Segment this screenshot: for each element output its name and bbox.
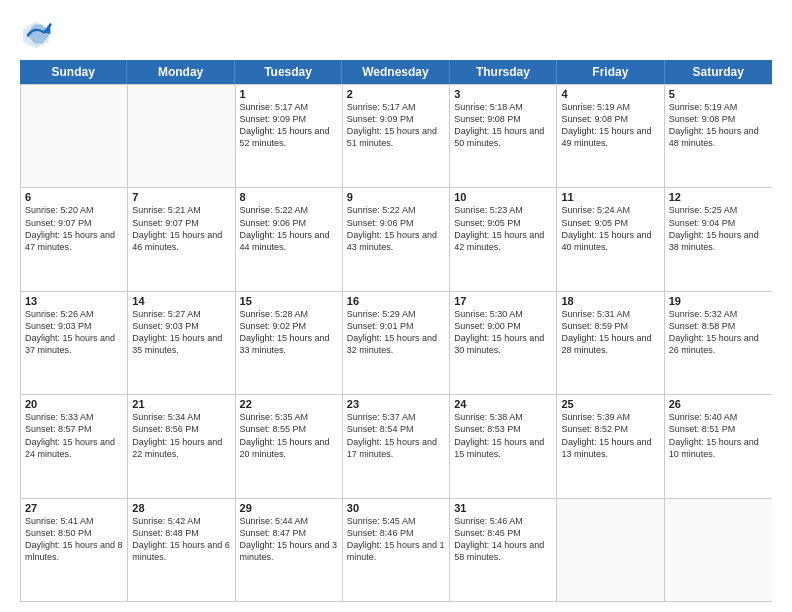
day-number: 20: [25, 398, 123, 410]
calendar-cell: 25Sunrise: 5:39 AMSunset: 8:52 PMDayligh…: [557, 395, 664, 497]
calendar-cell: 31Sunrise: 5:46 AMSunset: 8:45 PMDayligh…: [450, 499, 557, 601]
calendar-cell: 29Sunrise: 5:44 AMSunset: 8:47 PMDayligh…: [236, 499, 343, 601]
calendar-row-5: 27Sunrise: 5:41 AMSunset: 8:50 PMDayligh…: [21, 498, 772, 601]
calendar-cell: 3Sunrise: 5:18 AMSunset: 9:08 PMDaylight…: [450, 85, 557, 187]
day-number: 14: [132, 295, 230, 307]
header-day-sunday: Sunday: [20, 60, 127, 84]
day-number: 31: [454, 502, 552, 514]
calendar-cell: 22Sunrise: 5:35 AMSunset: 8:55 PMDayligh…: [236, 395, 343, 497]
header-day-tuesday: Tuesday: [235, 60, 342, 84]
calendar-cell: 4Sunrise: 5:19 AMSunset: 9:08 PMDaylight…: [557, 85, 664, 187]
calendar-cell: 16Sunrise: 5:29 AMSunset: 9:01 PMDayligh…: [343, 292, 450, 394]
day-number: 29: [240, 502, 338, 514]
calendar-cell: 24Sunrise: 5:38 AMSunset: 8:53 PMDayligh…: [450, 395, 557, 497]
calendar-row-3: 13Sunrise: 5:26 AMSunset: 9:03 PMDayligh…: [21, 291, 772, 394]
cell-info: Sunrise: 5:18 AMSunset: 9:08 PMDaylight:…: [454, 101, 552, 150]
cell-info: Sunrise: 5:46 AMSunset: 8:45 PMDaylight:…: [454, 515, 552, 564]
calendar-cell: [21, 85, 128, 187]
day-number: 27: [25, 502, 123, 514]
cell-info: Sunrise: 5:30 AMSunset: 9:00 PMDaylight:…: [454, 308, 552, 357]
calendar-cell: 12Sunrise: 5:25 AMSunset: 9:04 PMDayligh…: [665, 188, 772, 290]
logo: [20, 18, 56, 50]
day-number: 15: [240, 295, 338, 307]
calendar-cell: 14Sunrise: 5:27 AMSunset: 9:03 PMDayligh…: [128, 292, 235, 394]
logo-icon: [20, 18, 52, 50]
day-number: 30: [347, 502, 445, 514]
calendar-cell: 11Sunrise: 5:24 AMSunset: 9:05 PMDayligh…: [557, 188, 664, 290]
calendar-cell: 9Sunrise: 5:22 AMSunset: 9:06 PMDaylight…: [343, 188, 450, 290]
calendar-row-2: 6Sunrise: 5:20 AMSunset: 9:07 PMDaylight…: [21, 187, 772, 290]
day-number: 19: [669, 295, 768, 307]
cell-info: Sunrise: 5:38 AMSunset: 8:53 PMDaylight:…: [454, 411, 552, 460]
cell-info: Sunrise: 5:27 AMSunset: 9:03 PMDaylight:…: [132, 308, 230, 357]
day-number: 10: [454, 191, 552, 203]
cell-info: Sunrise: 5:40 AMSunset: 8:51 PMDaylight:…: [669, 411, 768, 460]
day-number: 6: [25, 191, 123, 203]
calendar-cell: 30Sunrise: 5:45 AMSunset: 8:46 PMDayligh…: [343, 499, 450, 601]
header-day-monday: Monday: [127, 60, 234, 84]
calendar-row-1: 1Sunrise: 5:17 AMSunset: 9:09 PMDaylight…: [21, 84, 772, 187]
page: SundayMondayTuesdayWednesdayThursdayFrid…: [0, 0, 792, 612]
calendar: SundayMondayTuesdayWednesdayThursdayFrid…: [20, 60, 772, 602]
day-number: 26: [669, 398, 768, 410]
day-number: 12: [669, 191, 768, 203]
calendar-header: SundayMondayTuesdayWednesdayThursdayFrid…: [20, 60, 772, 84]
cell-info: Sunrise: 5:23 AMSunset: 9:05 PMDaylight:…: [454, 204, 552, 253]
calendar-cell: 21Sunrise: 5:34 AMSunset: 8:56 PMDayligh…: [128, 395, 235, 497]
day-number: 1: [240, 88, 338, 100]
calendar-cell: 20Sunrise: 5:33 AMSunset: 8:57 PMDayligh…: [21, 395, 128, 497]
day-number: 17: [454, 295, 552, 307]
calendar-cell: 5Sunrise: 5:19 AMSunset: 9:08 PMDaylight…: [665, 85, 772, 187]
calendar-cell: 13Sunrise: 5:26 AMSunset: 9:03 PMDayligh…: [21, 292, 128, 394]
cell-info: Sunrise: 5:19 AMSunset: 9:08 PMDaylight:…: [669, 101, 768, 150]
calendar-cell: 18Sunrise: 5:31 AMSunset: 8:59 PMDayligh…: [557, 292, 664, 394]
cell-info: Sunrise: 5:17 AMSunset: 9:09 PMDaylight:…: [347, 101, 445, 150]
day-number: 22: [240, 398, 338, 410]
calendar-cell: [665, 499, 772, 601]
cell-info: Sunrise: 5:37 AMSunset: 8:54 PMDaylight:…: [347, 411, 445, 460]
cell-info: Sunrise: 5:39 AMSunset: 8:52 PMDaylight:…: [561, 411, 659, 460]
calendar-cell: 2Sunrise: 5:17 AMSunset: 9:09 PMDaylight…: [343, 85, 450, 187]
day-number: 25: [561, 398, 659, 410]
calendar-cell: [557, 499, 664, 601]
day-number: 24: [454, 398, 552, 410]
cell-info: Sunrise: 5:42 AMSunset: 8:48 PMDaylight:…: [132, 515, 230, 564]
header-day-saturday: Saturday: [665, 60, 772, 84]
calendar-cell: 27Sunrise: 5:41 AMSunset: 8:50 PMDayligh…: [21, 499, 128, 601]
cell-info: Sunrise: 5:45 AMSunset: 8:46 PMDaylight:…: [347, 515, 445, 564]
day-number: 5: [669, 88, 768, 100]
header-day-thursday: Thursday: [450, 60, 557, 84]
header-day-friday: Friday: [557, 60, 664, 84]
day-number: 2: [347, 88, 445, 100]
cell-info: Sunrise: 5:33 AMSunset: 8:57 PMDaylight:…: [25, 411, 123, 460]
cell-info: Sunrise: 5:31 AMSunset: 8:59 PMDaylight:…: [561, 308, 659, 357]
header-day-wednesday: Wednesday: [342, 60, 449, 84]
cell-info: Sunrise: 5:20 AMSunset: 9:07 PMDaylight:…: [25, 204, 123, 253]
day-number: 18: [561, 295, 659, 307]
calendar-cell: 28Sunrise: 5:42 AMSunset: 8:48 PMDayligh…: [128, 499, 235, 601]
cell-info: Sunrise: 5:22 AMSunset: 9:06 PMDaylight:…: [240, 204, 338, 253]
cell-info: Sunrise: 5:34 AMSunset: 8:56 PMDaylight:…: [132, 411, 230, 460]
cell-info: Sunrise: 5:21 AMSunset: 9:07 PMDaylight:…: [132, 204, 230, 253]
day-number: 21: [132, 398, 230, 410]
cell-info: Sunrise: 5:41 AMSunset: 8:50 PMDaylight:…: [25, 515, 123, 564]
day-number: 13: [25, 295, 123, 307]
calendar-body: 1Sunrise: 5:17 AMSunset: 9:09 PMDaylight…: [20, 84, 772, 602]
cell-info: Sunrise: 5:28 AMSunset: 9:02 PMDaylight:…: [240, 308, 338, 357]
calendar-cell: 15Sunrise: 5:28 AMSunset: 9:02 PMDayligh…: [236, 292, 343, 394]
day-number: 11: [561, 191, 659, 203]
day-number: 28: [132, 502, 230, 514]
cell-info: Sunrise: 5:17 AMSunset: 9:09 PMDaylight:…: [240, 101, 338, 150]
cell-info: Sunrise: 5:22 AMSunset: 9:06 PMDaylight:…: [347, 204, 445, 253]
cell-info: Sunrise: 5:44 AMSunset: 8:47 PMDaylight:…: [240, 515, 338, 564]
day-number: 4: [561, 88, 659, 100]
day-number: 16: [347, 295, 445, 307]
day-number: 7: [132, 191, 230, 203]
header: [20, 18, 772, 50]
calendar-cell: 10Sunrise: 5:23 AMSunset: 9:05 PMDayligh…: [450, 188, 557, 290]
day-number: 9: [347, 191, 445, 203]
cell-info: Sunrise: 5:35 AMSunset: 8:55 PMDaylight:…: [240, 411, 338, 460]
day-number: 23: [347, 398, 445, 410]
day-number: 3: [454, 88, 552, 100]
cell-info: Sunrise: 5:25 AMSunset: 9:04 PMDaylight:…: [669, 204, 768, 253]
